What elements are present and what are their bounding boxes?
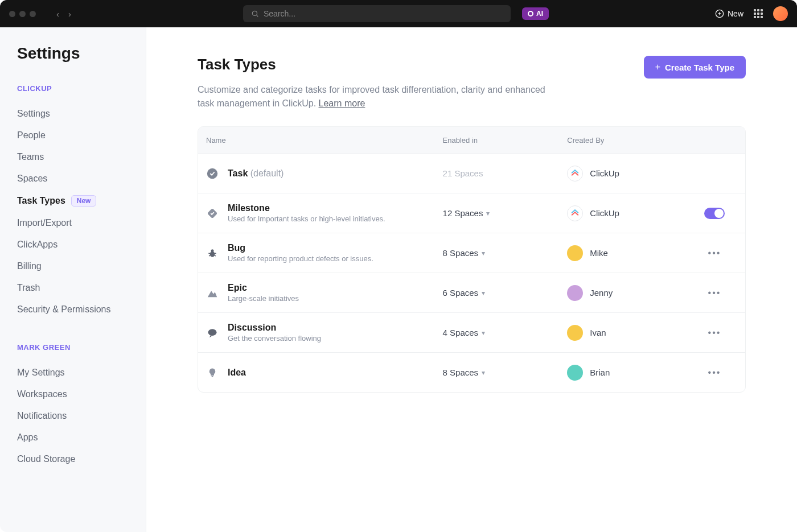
- new-button[interactable]: New: [715, 9, 743, 18]
- default-suffix: (default): [250, 168, 284, 178]
- svg-point-13: [208, 329, 217, 336]
- sidebar-item-label: Billing: [17, 261, 42, 271]
- creator-avatar: [567, 245, 583, 261]
- enabled-count: 8 Spaces: [443, 368, 479, 377]
- enabled-in-cell[interactable]: 4 Spaces▾: [443, 328, 568, 337]
- enabled-in-cell[interactable]: 6 Spaces▾: [443, 288, 568, 298]
- table-row[interactable]: Discussion Get the conversation flowing4…: [198, 312, 745, 352]
- col-created: Created By: [567, 136, 692, 145]
- minimize-window[interactable]: [19, 11, 26, 17]
- table-row[interactable]: Bug Used for reporting product defects o…: [198, 233, 745, 273]
- sidebar-item-label: Settings: [17, 109, 50, 119]
- svg-line-11: [209, 255, 211, 256]
- chevron-down-icon: ▾: [482, 249, 485, 257]
- svg-point-5: [207, 168, 217, 178]
- sidebar-item-label: Apps: [17, 432, 38, 443]
- sidebar-section-label: CLICKUP: [17, 84, 129, 93]
- enabled-in-cell[interactable]: 8 Spaces▾: [443, 368, 568, 377]
- name-cell: Task (default): [206, 167, 443, 180]
- action-cell: •••: [692, 248, 737, 258]
- action-cell: •••: [692, 328, 737, 338]
- sidebar-item-cloud-storage[interactable]: Cloud Storage: [17, 448, 129, 470]
- main-content: Task Types + Create Task Type Customize …: [146, 27, 797, 532]
- created-by-cell: ClickUp: [567, 166, 692, 182]
- created-by-cell: ClickUp: [567, 205, 692, 221]
- table-row[interactable]: Milestone Used for Important tasks or hi…: [198, 193, 745, 233]
- back-button[interactable]: ‹: [56, 9, 59, 19]
- more-icon[interactable]: •••: [708, 328, 721, 338]
- create-button-label: Create Task Type: [665, 63, 734, 72]
- svg-rect-14: [212, 376, 213, 377]
- app-grid-icon[interactable]: [754, 9, 763, 18]
- sidebar-item-security-permissions[interactable]: Security & Permissions: [17, 299, 129, 320]
- new-badge: New: [71, 195, 97, 207]
- sidebar-item-task-types[interactable]: Task TypesNew: [17, 189, 129, 212]
- type-name: Epic: [228, 283, 299, 293]
- more-icon[interactable]: •••: [708, 288, 721, 298]
- svg-line-12: [214, 255, 216, 256]
- col-name: Name: [206, 136, 443, 145]
- table-row[interactable]: Epic Large-scale initiatives6 Spaces▾Jen…: [198, 273, 745, 312]
- sidebar-item-label: Security & Permissions: [17, 304, 111, 315]
- sidebar-item-spaces[interactable]: Spaces: [17, 168, 129, 189]
- created-by-cell: Ivan: [567, 325, 692, 341]
- sidebar: Settings CLICKUPSettingsPeopleTeamsSpace…: [0, 27, 146, 532]
- sidebar-item-workspaces[interactable]: Workspaces: [17, 383, 129, 405]
- type-desc: Used for Important tasks or high-level i…: [228, 215, 385, 223]
- close-window[interactable]: [9, 11, 15, 17]
- sidebar-item-billing[interactable]: Billing: [17, 255, 129, 277]
- plus-icon: +: [655, 62, 660, 72]
- table-row[interactable]: Idea 8 Spaces▾Brian•••: [198, 352, 745, 392]
- name-cell: Discussion Get the conversation flowing: [206, 323, 443, 343]
- table-row[interactable]: Task (default)21 SpacesClickUp: [198, 153, 745, 193]
- search-placeholder: Search...: [264, 9, 295, 18]
- sidebar-item-teams[interactable]: Teams: [17, 146, 129, 168]
- type-name: Idea: [228, 368, 246, 378]
- sidebar-item-settings[interactable]: Settings: [17, 103, 129, 125]
- enabled-in-cell[interactable]: 8 Spaces▾: [443, 248, 568, 258]
- enabled-count: 4 Spaces: [443, 328, 479, 337]
- nav-arrows: ‹ ›: [56, 9, 71, 19]
- sidebar-item-notifications[interactable]: Notifications: [17, 405, 129, 427]
- svg-line-9: [208, 253, 210, 254]
- sidebar-item-import-export[interactable]: Import/Export: [17, 212, 129, 234]
- sidebar-item-people[interactable]: People: [17, 125, 129, 146]
- svg-line-10: [214, 253, 216, 254]
- creator-name: Ivan: [590, 328, 606, 337]
- creator-name: ClickUp: [590, 208, 619, 218]
- toggle-switch[interactable]: [704, 208, 725, 219]
- sidebar-item-apps[interactable]: Apps: [17, 427, 129, 448]
- more-icon[interactable]: •••: [708, 248, 721, 258]
- enabled-in-cell[interactable]: 12 Spaces▾: [443, 208, 568, 218]
- sidebar-item-my-settings[interactable]: My Settings: [17, 362, 129, 383]
- type-name: Milestone: [228, 203, 385, 213]
- enabled-count: 6 Spaces: [443, 288, 479, 298]
- ai-button[interactable]: AI: [522, 7, 549, 20]
- maximize-window[interactable]: [30, 11, 36, 17]
- check-circle-icon: [206, 167, 219, 180]
- learn-more-link[interactable]: Learn more: [319, 98, 365, 108]
- type-name: Task (default): [228, 168, 284, 179]
- sidebar-item-label: ClickApps: [17, 240, 57, 250]
- action-cell: •••: [692, 288, 737, 298]
- sidebar-item-clickapps[interactable]: ClickApps: [17, 234, 129, 255]
- sidebar-item-label: Task Types: [17, 196, 65, 206]
- new-label: New: [728, 9, 743, 18]
- search-input[interactable]: Search...: [243, 5, 511, 22]
- svg-line-1: [257, 15, 258, 17]
- more-icon[interactable]: •••: [708, 368, 721, 378]
- table-header: Name Enabled in Created By: [198, 127, 745, 153]
- sidebar-item-label: Notifications: [17, 411, 67, 421]
- user-avatar[interactable]: [773, 6, 788, 21]
- sidebar-item-label: Trash: [17, 283, 40, 293]
- forward-button[interactable]: ›: [68, 9, 71, 19]
- type-desc: Large-scale initiatives: [228, 294, 299, 303]
- creator-name: Brian: [590, 368, 610, 377]
- sidebar-item-label: My Settings: [17, 368, 65, 378]
- titlebar: ‹ › Search... AI New: [0, 0, 797, 27]
- create-task-type-button[interactable]: + Create Task Type: [644, 56, 746, 79]
- created-by-cell: Mike: [567, 245, 692, 261]
- sidebar-item-trash[interactable]: Trash: [17, 277, 129, 299]
- sidebar-item-label: Teams: [17, 152, 44, 162]
- sidebar-item-label: People: [17, 130, 46, 141]
